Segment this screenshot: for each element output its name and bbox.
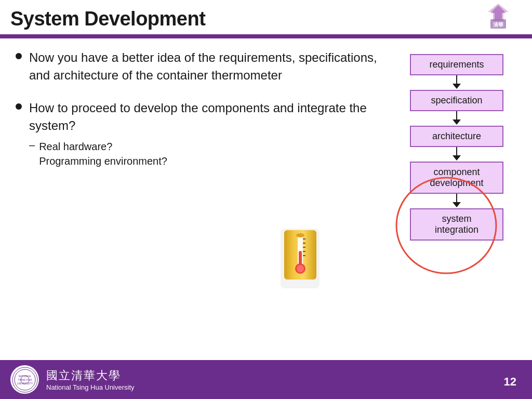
bullet-item-2: How to proceed to develop the components…: [16, 99, 387, 170]
diagram-wrapper: requirements specification architecture: [400, 54, 514, 241]
logo-area: 清華: [475, 3, 522, 36]
bullet-text-1: Now you have a better idea of the requir…: [29, 49, 387, 84]
footer-text-block: 國立清華大學 National Tsing Hua University: [46, 368, 135, 391]
footer-page-number: 12: [504, 375, 516, 389]
purple-divider: [0, 34, 532, 38]
svg-point-16: [296, 233, 304, 237]
bullet-dot-2: [16, 103, 22, 110]
university-logo-top: 清華: [475, 3, 522, 36]
bullet-text-2: How to proceed to develop the components…: [29, 99, 387, 134]
svg-point-10: [297, 265, 304, 272]
svg-text:清華: 清華: [493, 22, 503, 28]
diagram-box-system-integration: systemintegration: [410, 208, 503, 241]
page-title: System Development: [10, 8, 522, 30]
svg-text:TSING HUA: TSING HUA: [18, 378, 32, 381]
sub-dash: –: [29, 139, 35, 151]
arrow-line-4: [456, 194, 457, 202]
footer-logo-circle: NATIONAL TSING HUA UNIVERSITY: [10, 365, 39, 394]
header: 清華: [0, 0, 532, 5]
arrow-down-1: [453, 84, 461, 89]
svg-text:NATIONAL: NATIONAL: [18, 375, 31, 378]
main-content: Now you have a better idea of the requir…: [0, 38, 532, 340]
diagram-box-architecture: architecture: [410, 126, 503, 147]
footer: NATIONAL TSING HUA UNIVERSITY 國立清華大學 Nat…: [0, 360, 532, 399]
sub-item-1: – Real hardware?Programming environment?: [29, 139, 387, 168]
text-section: Now you have a better idea of the requir…: [16, 49, 397, 335]
diagram-box-requirements: requirements: [410, 54, 503, 75]
svg-marker-1: [490, 5, 506, 19]
bullet-content-2: How to proceed to develop the components…: [29, 99, 387, 170]
nthu-seal: NATIONAL TSING HUA UNIVERSITY: [12, 367, 38, 393]
thermometer-container: [278, 226, 322, 293]
footer-english-text: National Tsing Hua University: [46, 383, 135, 391]
arrow-line-3: [456, 147, 457, 155]
sub-text-1: Real hardware?Programming environment?: [39, 139, 167, 168]
diagram-section: requirements specification architecture: [397, 49, 516, 335]
arrow-line-1: [456, 75, 457, 84]
bullet-dot-1: [16, 53, 22, 59]
arrow-down-2: [453, 119, 461, 125]
arrow-down-4: [453, 202, 461, 207]
title-bar: System Development: [0, 5, 532, 34]
diagram-box-specification: specification: [410, 90, 503, 111]
thermometer-image: [278, 226, 322, 291]
sub-items: – Real hardware?Programming environment?: [29, 139, 387, 168]
svg-text:UNIVERSITY: UNIVERSITY: [17, 382, 33, 385]
bullet-item-1: Now you have a better idea of the requir…: [16, 49, 387, 84]
diagram-box-component-development: componentdevelopment: [410, 162, 503, 194]
arrow-line-2: [456, 111, 457, 119]
arrow-down-3: [453, 155, 461, 161]
footer-chinese-text: 國立清華大學: [46, 368, 135, 383]
